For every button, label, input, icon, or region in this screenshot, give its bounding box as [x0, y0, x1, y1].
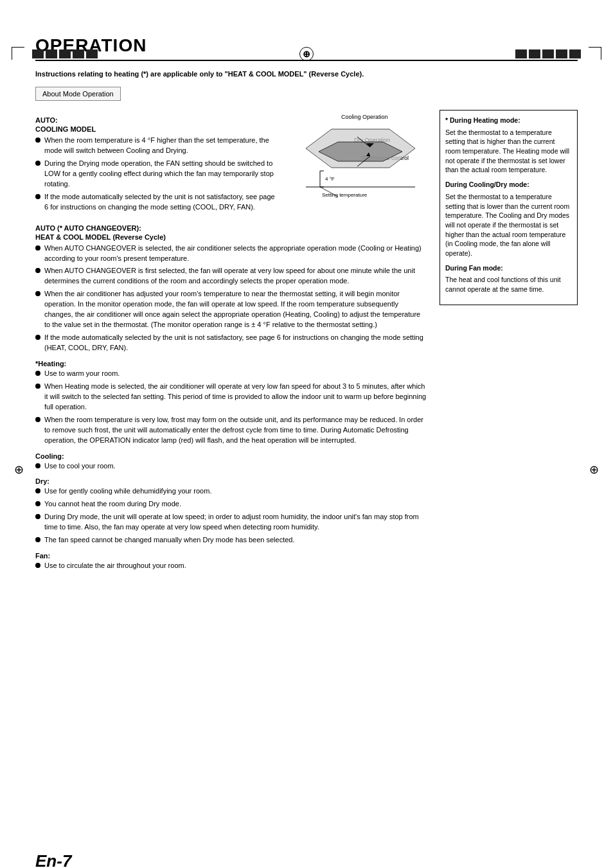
bar-square — [569, 49, 581, 58]
sidebar-heating-section: * During Heating mode: Set the thermosta… — [445, 116, 572, 175]
bullet-text: When AUTO CHANGEOVER is first selected, … — [44, 266, 428, 287]
heating-heading: *Heating: — [35, 360, 428, 368]
bullet-dot — [35, 488, 40, 493]
sidebar-heating-title: * During Heating mode: — [445, 116, 572, 125]
bullet-dot — [35, 417, 40, 422]
bullet-text: If the mode automatically selected by th… — [44, 192, 280, 213]
bullet-dot — [35, 384, 40, 389]
bullet-dot — [35, 563, 40, 568]
bullet-dot — [35, 501, 40, 506]
list-item: Use for gently cooling while dehumidifyi… — [35, 486, 428, 497]
auto-heading: AUTO: — [35, 116, 280, 124]
list-item: During Dry mode, the unit will operate a… — [35, 512, 428, 533]
svg-text:4 °F: 4 °F — [325, 176, 335, 182]
bullet-dot — [35, 161, 40, 166]
sidebar-heating-text: Set the thermostat to a temperature sett… — [445, 128, 572, 175]
bar-square — [46, 49, 57, 58]
bullet-text: When the room temperature is very low, f… — [44, 415, 428, 446]
bullet-dot — [35, 463, 40, 468]
bullet-text: If the mode automatically selected by th… — [44, 333, 428, 353]
auto-section: AUTO: COOLING MODEL When the room temper… — [35, 110, 428, 218]
bar-square — [32, 49, 44, 58]
bullet-dot — [35, 514, 40, 519]
bullet-text: When Heating mode is selected, the air c… — [44, 382, 428, 412]
svg-text:Setting temperature: Setting temperature — [322, 192, 368, 198]
bullet-text: During Dry mode, the unit will operate a… — [44, 512, 428, 533]
list-item: When AUTO CHANGEOVER is first selected, … — [35, 266, 428, 287]
bullet-text: You cannot heat the room during Dry mode… — [44, 499, 181, 509]
list-item: The fan speed cannot be changed manually… — [35, 535, 428, 545]
sidebar-cooling-dry-title: During Cooling/Dry mode: — [445, 180, 572, 190]
bullet-dot — [35, 245, 40, 251]
corner-mark-tl — [12, 47, 24, 60]
bullet-text: Use for gently cooling while dehumidifyi… — [44, 486, 211, 497]
sidebar-fan-section: During Fan mode: The heat and cool funct… — [445, 263, 572, 294]
instruction-note: Instructions relating to heating (*) are… — [35, 70, 578, 78]
auto-changeover-bullets: When AUTO CHANGEOVER is selected, the ai… — [35, 244, 428, 353]
list-item: When the room temperature is 4 °F higher… — [35, 136, 280, 156]
page-number-large: En-7 — [35, 851, 71, 868]
bullet-text: When the air conditioner has adjusted yo… — [44, 289, 428, 330]
dry-bullets: Use for gently cooling while dehumidifyi… — [35, 486, 428, 545]
bullet-dot — [35, 268, 40, 273]
list-item: When the air conditioner has adjusted yo… — [35, 289, 428, 330]
auto-bullets: When the room temperature is 4 °F higher… — [35, 136, 280, 213]
bullet-text: When AUTO CHANGEOVER is selected, the ai… — [44, 244, 428, 264]
top-bar-squares-right — [515, 49, 581, 58]
cooling-diagram: Cooling Operation Dry Operation Thermost… — [287, 110, 428, 213]
bullet-text: When the room temperature is 4 °F higher… — [44, 136, 280, 156]
sidebar-fan-title: During Fan mode: — [445, 263, 572, 273]
fan-bullets: Use to circulate the air throughout your… — [35, 561, 428, 571]
sidebar-fan-text: The heat and cool functions of this unit… — [445, 275, 572, 294]
cooling-model-subheading: COOLING MODEL — [35, 125, 280, 133]
list-item: When the room temperature is very low, f… — [35, 415, 428, 446]
auto-changeover-heading: AUTO (* AUTO CHANGEOVER): — [35, 224, 428, 232]
top-bar-squares-left — [32, 49, 98, 58]
bullet-dot — [35, 291, 40, 296]
sidebar-cooling-dry-text: Set the thermostat to a temperature sett… — [445, 192, 572, 258]
heating-bullets: Use to warm your room. When Heating mode… — [35, 369, 428, 446]
sidebar-box: * During Heating mode: Set the thermosta… — [440, 110, 578, 305]
svg-text:Cooling Operation: Cooling Operation — [341, 114, 388, 120]
right-registration-mark: ⊕ — [589, 463, 599, 477]
bar-square — [529, 49, 540, 58]
bar-square — [515, 49, 527, 58]
bullet-dot — [35, 537, 40, 542]
bullet-dot — [35, 335, 40, 340]
main-layout: AUTO: COOLING MODEL When the room temper… — [35, 110, 578, 576]
cooling-heading: Cooling: — [35, 452, 428, 460]
about-mode-box: About Mode Operation — [35, 87, 121, 101]
page: ⊕ OPERATION Instructions relating to hea… — [0, 35, 613, 868]
corner-mark-tr — [589, 47, 601, 60]
list-item: If the mode automatically selected by th… — [35, 192, 280, 213]
left-column: AUTO: COOLING MODEL When the room temper… — [35, 110, 440, 576]
bar-square — [556, 49, 567, 58]
registration-mark-top: ⊕ — [299, 47, 314, 61]
bullet-dot — [35, 194, 40, 199]
list-item: During the Drying mode operation, the FA… — [35, 159, 280, 190]
left-registration-mark: ⊕ — [14, 463, 24, 477]
list-item: If the mode automatically selected by th… — [35, 333, 428, 353]
bullet-text: The fan speed cannot be changed manually… — [44, 535, 295, 545]
sidebar-cooling-dry-section: During Cooling/Dry mode: Set the thermos… — [445, 180, 572, 258]
cooling-bullets: Use to cool your room. — [35, 461, 428, 472]
auto-text: AUTO: COOLING MODEL When the room temper… — [35, 110, 280, 218]
bullet-text: Use to warm your room. — [44, 369, 120, 379]
list-item: When AUTO CHANGEOVER is selected, the ai… — [35, 244, 428, 264]
about-mode-label: About Mode Operation — [42, 90, 114, 98]
heat-cool-subheading: HEAT & COOL MODEL (Reverse Cycle) — [35, 233, 428, 241]
bar-square — [73, 49, 84, 58]
bar-square — [542, 49, 554, 58]
bullet-text: During the Drying mode operation, the FA… — [44, 159, 280, 190]
list-item: Use to circulate the air throughout your… — [35, 561, 428, 571]
dry-heading: Dry: — [35, 477, 428, 485]
diagram-area: Cooling Operation Dry Operation Thermost… — [287, 110, 428, 214]
list-item: When Heating mode is selected, the air c… — [35, 382, 428, 412]
top-bar: ⊕ — [32, 47, 581, 61]
bullet-text: Use to circulate the air throughout your… — [44, 561, 186, 571]
bullet-text: Use to cool your room. — [44, 461, 116, 472]
bar-square — [86, 49, 98, 58]
list-item: Use to warm your room. — [35, 369, 428, 379]
list-item: Use to cool your room. — [35, 461, 428, 472]
bar-square — [59, 49, 71, 58]
